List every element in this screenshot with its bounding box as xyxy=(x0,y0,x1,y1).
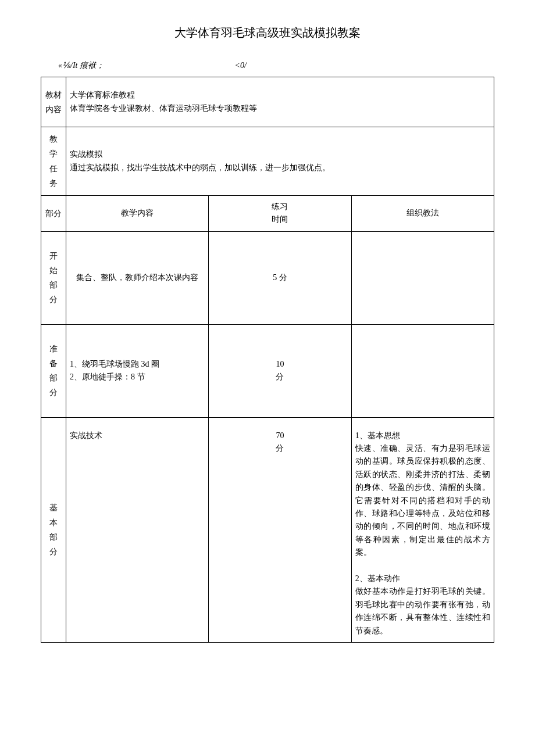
page-title: 大学体育羽毛球高级班实战模拟教案 xyxy=(35,23,500,42)
time-prep: 10 分 xyxy=(209,324,351,417)
time-basic: 70 分 xyxy=(209,417,351,642)
row-basic: 基 本 部 分 实战技术 70 分 1、基本思想 快速、准确、灵活、有力是羽毛球… xyxy=(41,417,494,642)
method-prep xyxy=(351,324,494,417)
time-start: 5 分 xyxy=(209,231,351,324)
body-materials: 大学体育标准教程 体育学院各专业课教材、体育运动羽毛球专项教程等 xyxy=(66,77,494,127)
hdr-content: 教学内容 xyxy=(66,195,209,231)
label-task: 教 学 任 务 xyxy=(41,127,66,196)
label-prep: 准 备 部 分 xyxy=(41,324,66,417)
subheader-left: «⅟₈/It 痕袱； xyxy=(58,59,233,72)
lesson-table: 教材 内容 大学体育标准教程 体育学院各专业课教材、体育运动羽毛球专项教程等 教… xyxy=(41,77,494,643)
content-prep: 1、绕羽毛球场慢跑 3d 圈 2、原地徒手操：8 节 xyxy=(66,324,209,417)
label-basic: 基 本 部 分 xyxy=(41,417,66,642)
body-task: 实战模拟 通过实战模拟，找出学生技战术中的弱点，加以训练，进一步加强优点。 xyxy=(66,127,494,196)
row-materials: 教材 内容 大学体育标准教程 体育学院各专业课教材、体育运动羽毛球专项教程等 xyxy=(41,77,494,127)
subheader-right: <0/ xyxy=(235,61,247,70)
hdr-time: 练习 时间 xyxy=(209,195,351,231)
hdr-section: 部分 xyxy=(41,195,66,231)
label-start: 开 始 部 分 xyxy=(41,231,66,324)
subheader-row: «⅟₈/It 痕袱； <0/ xyxy=(58,59,500,72)
method-basic: 1、基本思想 快速、准确、灵活、有力是羽毛球运动的基调。球员应保持积极的态度、活… xyxy=(351,417,494,642)
label-materials: 教材 内容 xyxy=(41,77,66,127)
content-start: 集合、整队，教师介绍本次课内容 xyxy=(66,231,209,324)
method-start xyxy=(351,231,494,324)
row-start: 开 始 部 分 集合、整队，教师介绍本次课内容 5 分 xyxy=(41,231,494,324)
row-task: 教 学 任 务 实战模拟 通过实战模拟，找出学生技战术中的弱点，加以训练，进一步… xyxy=(41,127,494,196)
content-basic: 实战技术 xyxy=(66,417,209,642)
row-header: 部分 教学内容 练习 时间 组织教法 xyxy=(41,195,494,231)
row-prep: 准 备 部 分 1、绕羽毛球场慢跑 3d 圈 2、原地徒手操：8 节 10 分 xyxy=(41,324,494,417)
hdr-method: 组织教法 xyxy=(351,195,494,231)
